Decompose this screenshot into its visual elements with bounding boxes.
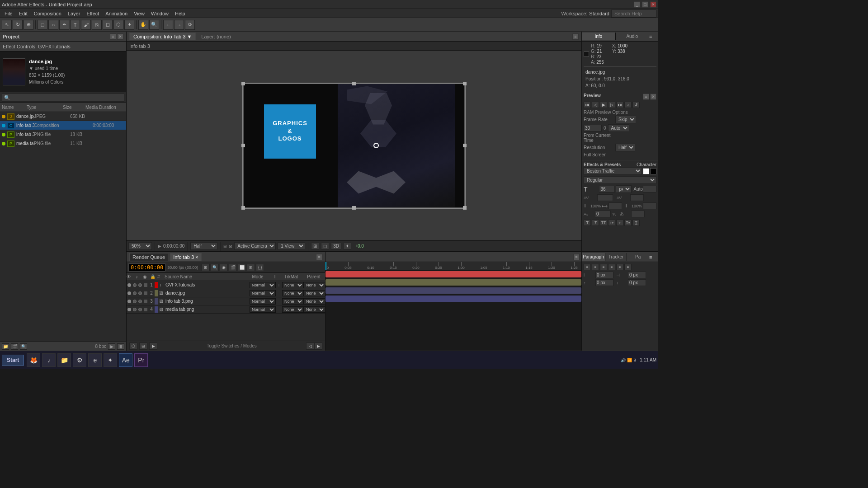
new-folder-button[interactable]: 📁 (2, 343, 9, 350)
layer-mode-select[interactable]: Normal (250, 298, 276, 305)
timeline-panel-menu[interactable]: ≡ (316, 254, 322, 260)
font-size-unit-select[interactable]: px (616, 185, 632, 193)
layer-lock[interactable] (144, 308, 147, 311)
search-button[interactable]: 🔍 (20, 343, 27, 350)
tl-comp-btn[interactable]: ⬜ (238, 264, 246, 271)
tool-text[interactable]: T (70, 20, 80, 30)
menu-composition[interactable]: Composition (31, 10, 64, 17)
sub-button[interactable]: T₂ (624, 220, 632, 226)
new-comp-button[interactable]: 🎬 (11, 343, 18, 350)
tool-zoom[interactable]: 🔍 (149, 20, 159, 30)
render-queue-tab[interactable]: Render Queue (129, 253, 168, 261)
audio-tab[interactable]: Audio (616, 33, 650, 40)
space-before-input[interactable] (595, 279, 613, 286)
layer-color-bar[interactable] (155, 306, 158, 313)
menu-help[interactable]: Help (172, 10, 188, 17)
comp-timeline-tab[interactable]: Info tab 3 × (170, 253, 201, 261)
menu-file[interactable]: File (2, 10, 15, 17)
tl-solo-btn[interactable]: ◉ (220, 264, 228, 271)
trash-button[interactable]: 🗑 (117, 343, 124, 350)
tl-footer-btn-3[interactable]: ▶ (149, 343, 157, 350)
info-tab[interactable]: Info (582, 33, 616, 40)
layer-parent-select[interactable]: None (304, 306, 325, 313)
layer-color-bar[interactable] (155, 290, 158, 296)
layer-track-select[interactable]: None (282, 298, 304, 305)
taskbar-firefox-icon[interactable]: 🦊 (27, 353, 40, 367)
prev-prev-frame[interactable]: ◁ (592, 102, 599, 108)
layer-vis-eye[interactable] (127, 283, 131, 287)
viewer-3d-btn[interactable]: 3D (331, 243, 341, 249)
space-after-input[interactable] (628, 279, 646, 286)
viewer-grid-btn[interactable]: ⊞ (311, 243, 319, 249)
menu-layer[interactable]: Layer (65, 10, 83, 17)
layer-mode-select[interactable]: Normal (250, 290, 276, 296)
tool-shape-rect[interactable]: □ (38, 20, 47, 30)
camera-select[interactable]: Active Camera (234, 242, 276, 250)
font-family-select[interactable]: Boston Traffic (584, 167, 642, 175)
taskbar-utility-icon[interactable]: ✦ (104, 353, 117, 367)
caps-button[interactable]: TT (600, 220, 607, 226)
timeline-right-close[interactable]: ≡ (573, 254, 580, 260)
layer-vis-eye[interactable] (127, 300, 131, 303)
viewer-snap-btn[interactable]: ✦ (343, 243, 351, 249)
ram-preview-options[interactable]: RAM Preview Options (584, 110, 656, 115)
layer-lock[interactable] (144, 283, 147, 287)
list-item[interactable]: C info tab 3 Composition 0:00:03:00 (0, 121, 126, 130)
timecode-display[interactable]: 0:00:00:00 (128, 263, 165, 272)
kerning-input[interactable] (630, 194, 644, 201)
tl-footer-btn-2[interactable]: ⊞ (139, 343, 147, 350)
viewer-mask-btn[interactable]: ◻ (321, 243, 329, 249)
layer-mode-select[interactable]: Normal (250, 282, 276, 288)
layer-lock[interactable] (144, 291, 147, 295)
preview-panel-close[interactable]: ✕ (650, 94, 656, 100)
font-color-swatch[interactable] (643, 168, 649, 174)
align-left-btn[interactable]: ≡ (584, 264, 591, 270)
taskbar-aftereffects-icon[interactable]: Ae (119, 353, 132, 367)
panel-menu-btn[interactable]: ≡ (649, 34, 658, 39)
preview-panel-menu[interactable]: ≡ (643, 94, 649, 100)
close-button[interactable]: ✕ (650, 1, 656, 8)
hscale-input[interactable] (609, 202, 622, 209)
tl-expand-btn[interactable]: ⊞ (202, 264, 210, 271)
layer-mode-select[interactable]: Normal (250, 306, 276, 313)
layer-dropdown[interactable]: Layer: (none) (201, 34, 231, 39)
frame-rate-input[interactable] (584, 125, 602, 131)
list-item[interactable]: P info tab 3.png PNG file 18 KB (0, 130, 126, 139)
taskbar-itunes-icon[interactable]: ♪ (42, 353, 56, 367)
tool-camera[interactable]: ⊕ (24, 20, 33, 30)
auto-select[interactable]: Auto (608, 124, 629, 132)
font-size-input[interactable] (599, 186, 615, 192)
toggle-switches-label[interactable]: Toggle Switches / Modes (157, 343, 306, 348)
justify-btn[interactable]: ≡ (608, 264, 615, 270)
character-tab-btn[interactable]: Character (637, 162, 656, 167)
tracking-input[interactable] (597, 194, 613, 201)
tool-select[interactable]: ↖ (2, 20, 12, 30)
underline-button[interactable]: T (632, 220, 640, 226)
tl-scroll-right[interactable]: ▶ (314, 343, 322, 350)
magnification-select[interactable]: 50% 100% 25% (128, 242, 152, 250)
tracker-tab[interactable]: Tracker (605, 253, 627, 261)
tool-clone[interactable]: ⎘ (92, 20, 102, 30)
list-item[interactable]: J dance.jpg JPEG 658 KB (0, 112, 126, 121)
leading-input[interactable] (643, 186, 656, 192)
tl-footer-btn-1[interactable]: ⬡ (129, 343, 137, 350)
layer-vis-eye[interactable] (127, 291, 131, 295)
layer-solo[interactable] (138, 283, 142, 287)
tool-eraser[interactable]: ◻ (103, 20, 113, 30)
tool-brush[interactable]: 🖌 (81, 20, 91, 30)
search-help-input[interactable] (611, 9, 656, 18)
justify-all-btn[interactable]: ≡ (616, 264, 623, 270)
bold-button[interactable]: T (584, 220, 591, 226)
layer-track-select[interactable]: None (282, 306, 304, 313)
tl-scroll-left[interactable]: ◁ (306, 343, 314, 350)
indent-left-input[interactable] (595, 272, 613, 278)
font-stroke-swatch[interactable] (650, 168, 656, 174)
tool-shape-ellipse[interactable]: ○ (48, 20, 58, 30)
layer-track-select[interactable]: None (282, 290, 304, 296)
prev-play[interactable]: ▶ (600, 102, 607, 108)
layer-vis-eye[interactable] (127, 308, 131, 311)
layer-parent-select[interactable]: None (304, 290, 325, 296)
baseline-input[interactable] (595, 211, 611, 217)
prev-loop[interactable]: ↺ (632, 102, 640, 108)
flow-button[interactable]: ▶ (108, 343, 115, 350)
